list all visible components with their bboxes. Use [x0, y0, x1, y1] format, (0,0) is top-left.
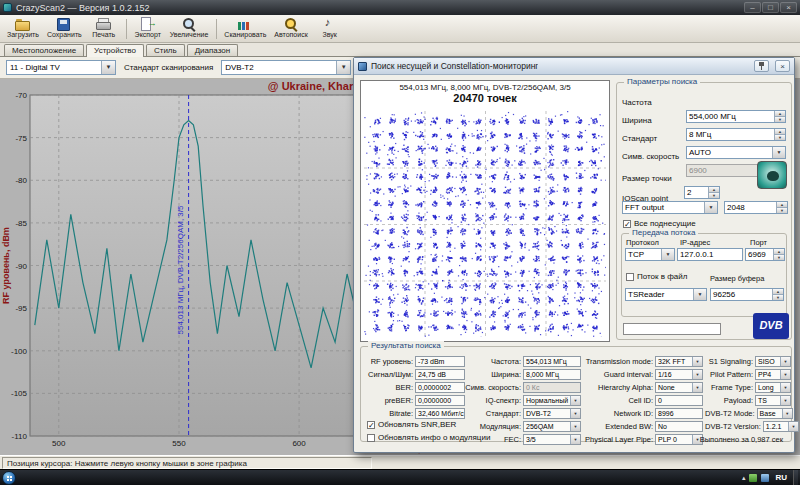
pin-button[interactable] [754, 60, 769, 72]
result-row: Bitrate: 32,460 Мбит/с [365, 407, 465, 420]
result-value[interactable]: -73 dBm [415, 356, 465, 367]
tab-location[interactable]: Местоположение [4, 44, 84, 56]
close-button[interactable]: × [780, 2, 797, 13]
result-value[interactable]: 1/16 [655, 369, 703, 380]
result-row: Ширина: 8,000 МГц [465, 368, 581, 381]
result-value[interactable]: 0 [655, 395, 703, 406]
show-desktop-button[interactable] [793, 470, 798, 485]
result-value[interactable]: Base [757, 408, 793, 419]
maximize-button[interactable]: □ [762, 2, 779, 13]
autosearch-button[interactable]: Автопоиск [270, 16, 311, 42]
result-value[interactable]: 8,000 МГц [523, 369, 581, 380]
protocol-select[interactable]: TCP [625, 248, 675, 261]
tab-device[interactable]: Устройство [86, 44, 144, 57]
ip-label: IP-адрес [680, 238, 710, 247]
tray-icon-1[interactable] [749, 474, 757, 482]
window-titlebar[interactable]: CrazyScan2 — Версия 1.0.2.152 – □ × [0, 0, 800, 15]
result-value[interactable]: 0 Кс [523, 382, 581, 393]
result-value[interactable]: 0,0000000 [415, 395, 465, 406]
device-select[interactable]: 11 - Digital TV [6, 60, 116, 75]
autosearch-icon [283, 17, 299, 31]
result-value[interactable]: 554,013 МГц [523, 356, 581, 367]
constellation-plot[interactable] [364, 111, 606, 337]
start-button[interactable] [2, 471, 16, 485]
svg-text:-100: -100 [11, 347, 28, 356]
spinner-buttons[interactable]: ▲▼ [772, 289, 783, 300]
all-subcarriers-checkbox[interactable]: Все поднесущие [623, 219, 696, 228]
sound-icon [322, 17, 338, 31]
result-value[interactable]: 32K FFT [655, 356, 703, 367]
result-value[interactable]: TS [755, 395, 791, 406]
result-row: DVB-T2 Version: 1.2.1 [705, 420, 791, 433]
dialog-body: 554,013 МГц, 8,000 МГц, DVB-T2/256QAM, 3… [356, 76, 792, 450]
result-value[interactable]: 32,460 Мбит/с [415, 408, 465, 419]
save-button[interactable]: Сохранить [43, 16, 86, 42]
result-row: preBER: 0,0000000 [365, 394, 465, 407]
buffer-size-label: Размер буфера [710, 274, 764, 283]
export-button[interactable]: Экспорт [130, 16, 166, 42]
result-value[interactable]: SISO [755, 356, 791, 367]
minimize-button[interactable]: – [744, 2, 761, 13]
result-value[interactable]: DVB-T2 [523, 408, 581, 419]
result-value[interactable]: Нормальный [523, 395, 581, 406]
result-value[interactable]: PLP 0 [655, 434, 703, 445]
tab-range[interactable]: Диапазон [187, 44, 238, 56]
stream-transfer-group: Передача потока Протокол IP-адрес Порт T… [621, 233, 787, 317]
constellation-points-count: 20470 точек [361, 92, 609, 104]
result-value[interactable]: Long [755, 382, 791, 393]
dialog-close-button[interactable]: × [775, 60, 790, 72]
elapsed-time: Выполнено за 0,987 сек [700, 435, 783, 444]
ip-address-input[interactable]: 127.0.0.1 [677, 248, 743, 261]
window-buttons: – □ × [744, 2, 797, 13]
constellation-header: 554,013 МГц, 8,000 МГц, DVB-T2/256QAM, 3… [361, 83, 609, 92]
dialog-title: Поиск несущей и Constellation-мониторинг [371, 61, 538, 71]
tab-style[interactable]: Стиль [146, 44, 185, 56]
search-results-legend: Результаты поиска [368, 341, 444, 350]
result-value[interactable]: 0,0000002 [415, 382, 465, 393]
fft-size-input[interactable]: 2048 ▲▼ [724, 201, 788, 214]
result-label: Стандарт: [465, 409, 523, 418]
scan-button[interactable]: Сканировать [220, 16, 270, 42]
spinner-buttons[interactable]: ▲▼ [773, 249, 784, 260]
result-value[interactable]: 3/5 [523, 434, 581, 445]
result-row: Модуляция: 256QAM [465, 420, 581, 433]
dialog-titlebar[interactable]: Поиск несущей и Constellation-мониторинг… [354, 58, 794, 75]
svg-text:-80: -80 [15, 176, 27, 185]
scan-standard-select[interactable]: DVB-T2 [221, 60, 351, 75]
tray-icon-2[interactable] [761, 474, 769, 482]
tray-expand-icon[interactable]: ▴ [742, 474, 746, 482]
result-label: RF уровень: [365, 357, 415, 366]
frequency-marker-label: 554,013 МГц, DVB-T2/256QAM, 3/5 [176, 205, 185, 335]
svg-text:500: 500 [52, 439, 66, 448]
sound-button[interactable]: Звук [312, 16, 348, 42]
load-button[interactable]: Загрузить [3, 16, 43, 42]
result-value[interactable]: 1.2.1 [763, 421, 799, 432]
result-value[interactable]: 256QAM [523, 421, 581, 432]
spinner-buttons[interactable]: ▲▼ [776, 202, 787, 213]
result-label: Сигнал/Шум: [365, 370, 415, 379]
zoom-button[interactable]: Увеличение [166, 16, 213, 42]
result-value[interactable]: PP4 [755, 369, 791, 380]
checkbox-box [367, 421, 375, 429]
result-value[interactable]: 8996 [655, 408, 703, 419]
result-value[interactable]: 24,75 dB [415, 369, 465, 380]
result-value[interactable]: No [655, 421, 703, 432]
result-value[interactable]: None [655, 382, 703, 393]
scan-standard-label: Стандарт сканирования [124, 63, 213, 72]
stream-to-file-checkbox[interactable]: Поток в файл [626, 272, 687, 281]
update-snr-checkbox[interactable]: Обновлять SNR,BER [367, 420, 456, 429]
app-icon [3, 3, 12, 12]
status-text: Позиция курсора: Нажмите левую кнопку мы… [2, 457, 372, 469]
result-row: Cell ID: 0 [583, 394, 703, 407]
consumer-select[interactable]: TSReader [625, 288, 707, 301]
buffer-size-input[interactable]: 96256 ▲▼ [710, 288, 784, 301]
print-button[interactable]: Печать [86, 16, 122, 42]
iqscan-source-select[interactable]: FFT output [622, 201, 718, 214]
svg-text:600: 600 [292, 439, 306, 448]
result-row: BER: 0,0000002 [365, 381, 465, 394]
language-indicator[interactable]: RU [773, 473, 789, 482]
result-row: Pilot Pattern: PP4 [705, 368, 791, 381]
update-modulation-info-checkbox[interactable]: Обновлять инфо о модуляции [367, 433, 490, 442]
port-input[interactable]: 6969 ▲▼ [745, 248, 785, 261]
search-results-group: Результаты поиска RF уровень: -73 dBm Си… [360, 346, 792, 442]
